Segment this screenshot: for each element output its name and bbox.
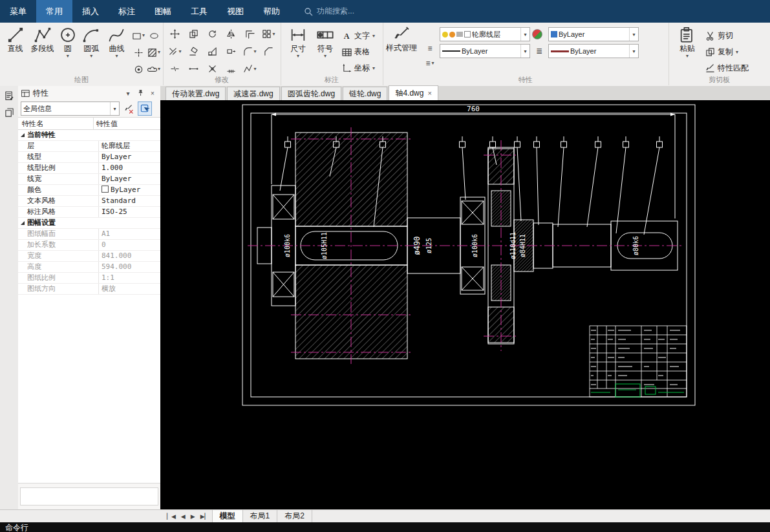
dropdown-caret-icon[interactable]: ▾ <box>372 34 375 39</box>
match-properties-button[interactable]: 特性匹配 <box>702 60 752 76</box>
polyline-button[interactable]: 多段线 <box>28 25 57 53</box>
collapse-triangle-icon[interactable] <box>21 133 25 137</box>
symbol-button[interactable]: 符号 ▾ <box>312 25 339 59</box>
table-row-color[interactable]: 颜色ByLayer <box>18 185 160 196</box>
function-search[interactable]: 功能搜索... <box>304 0 354 23</box>
nav-first-icon[interactable]: ▏◀ <box>164 513 178 520</box>
dropdown-caret-icon[interactable]: ▾ <box>372 66 375 71</box>
drawing-canvas[interactable]: 760 <box>160 100 770 509</box>
ellipse-tool-button[interactable] <box>146 27 162 44</box>
palette-tab-sheets-button[interactable] <box>3 105 16 120</box>
trim-button[interactable]: ▾ <box>166 43 184 60</box>
doc-tab[interactable]: 减速器.dwg <box>227 87 279 100</box>
menu-item-sheet[interactable]: 图幅 <box>145 0 181 23</box>
copy-button[interactable] <box>184 25 203 43</box>
doc-tab[interactable]: 圆弧齿轮.dwg <box>281 87 341 100</box>
pin-icon[interactable] <box>136 89 145 98</box>
dropdown-caret-icon[interactable]: ▾ <box>158 50 160 55</box>
dropdown-caret-icon[interactable]: ▾ <box>142 33 145 38</box>
table-row-group[interactable]: 图幅设置 <box>18 218 160 229</box>
table-row[interactable]: 线型ByLayer <box>18 152 160 163</box>
scope-combo[interactable]: 全局信息 ▾ <box>21 101 120 116</box>
collapse-triangle-icon[interactable] <box>21 221 25 225</box>
layer-combo[interactable]: 轮廓线层 ▾ <box>440 27 530 41</box>
circle-button[interactable]: 圆 ▾ <box>57 25 79 59</box>
coordinate-tool-button[interactable]: 坐标 ▾ <box>339 60 378 76</box>
doc-tab[interactable]: 链轮.dwg <box>343 87 387 100</box>
text-tool-button[interactable]: A 文字 ▾ <box>339 28 378 44</box>
table-tool-button[interactable]: 表格 <box>339 44 378 60</box>
dropdown-caret-icon[interactable]: ▾ <box>253 49 256 54</box>
hatch-tool-button[interactable]: ▾ <box>146 44 162 61</box>
tab-close-icon[interactable]: × <box>427 90 431 97</box>
dropdown-caret-icon[interactable]: ▾ <box>629 28 638 41</box>
layer-state-button[interactable]: ≡▾ <box>425 59 434 68</box>
copy-clip-button[interactable]: 复制 ▾ <box>702 44 752 60</box>
rectangle-tool-button[interactable]: ▾ <box>131 27 146 44</box>
dimension-button[interactable]: 尺寸 ▾ <box>284 25 312 59</box>
dropdown-caret-icon[interactable]: ▾ <box>272 32 275 37</box>
lineweight-combo[interactable]: ByLayer ▾ <box>548 44 639 58</box>
dropdown-caret-icon[interactable]: ▾ <box>324 54 326 59</box>
table-row[interactable]: 标注风格ISO-25 <box>18 207 160 218</box>
lineweight-list-icon[interactable]: ≣ <box>532 47 546 56</box>
table-row[interactable]: 文本风格Standard <box>18 196 160 207</box>
erase-button[interactable] <box>184 43 203 60</box>
layout-tab-layout2[interactable]: 布局2 <box>277 510 312 522</box>
layer-properties-icon[interactable] <box>532 29 542 39</box>
menu-item-menu[interactable]: 菜单 <box>0 0 36 23</box>
cut-button[interactable]: 剪切 <box>702 28 752 44</box>
dropdown-caret-icon[interactable]: ▾ <box>736 50 738 55</box>
dropdown-caret-icon[interactable]: ▾ <box>520 28 529 41</box>
layout-tab-model[interactable]: 模型 <box>212 510 243 522</box>
dropdown-caret-icon[interactable]: ▾ <box>520 45 529 58</box>
fillet-button[interactable]: ▾ <box>241 43 259 60</box>
table-row[interactable]: 线型比例1.000 <box>18 163 160 174</box>
dropdown-caret-icon[interactable]: ▾ <box>158 67 160 72</box>
quick-select-button[interactable] <box>138 101 152 116</box>
clear-override-button[interactable] <box>122 101 136 116</box>
panel-menu-caret-icon[interactable]: ▾ <box>123 90 133 97</box>
panel-close-icon[interactable]: × <box>148 90 157 97</box>
dropdown-caret-icon[interactable]: ▾ <box>67 54 69 59</box>
nav-prev-icon[interactable]: ◀ <box>178 513 188 520</box>
point-tool-button[interactable] <box>131 44 146 61</box>
table-row[interactable]: 层轮廓线层 <box>18 141 160 152</box>
menu-item-help[interactable]: 帮助 <box>253 0 290 23</box>
dropdown-caret-icon[interactable]: ▾ <box>629 45 638 58</box>
menu-item-home[interactable]: 常用 <box>36 0 72 23</box>
menu-item-tools[interactable]: 工具 <box>181 0 217 23</box>
color-combo[interactable]: ByLayer ▾ <box>548 27 639 41</box>
spline-button[interactable]: 曲线 ▾ <box>104 25 129 59</box>
rotate-button[interactable] <box>203 25 222 43</box>
command-line[interactable]: 命令行 <box>0 522 770 532</box>
dropdown-caret-icon[interactable]: ▾ <box>253 67 256 72</box>
mirror-button[interactable] <box>222 25 241 43</box>
stretch-button[interactable] <box>222 43 241 60</box>
linetype-combo[interactable]: ByLayer ▾ <box>440 44 530 58</box>
line-button[interactable]: 直线 <box>3 25 28 53</box>
layout-tab-layout1[interactable]: 布局1 <box>243 510 278 522</box>
dropdown-caret-icon[interactable]: ▾ <box>115 54 118 59</box>
menu-item-insert[interactable]: 插入 <box>72 0 109 23</box>
palette-tab-properties-button[interactable] <box>3 89 16 103</box>
menu-item-annotate[interactable]: 标注 <box>109 0 145 23</box>
dropdown-caret-icon[interactable]: ▾ <box>686 54 689 59</box>
table-row-group[interactable]: 当前特性 <box>18 130 160 141</box>
scale-button[interactable] <box>203 43 222 60</box>
paste-button[interactable]: 粘贴 ▾ <box>672 25 702 59</box>
array-button[interactable]: ▾ <box>259 25 278 43</box>
dropdown-caret-icon[interactable]: ▾ <box>297 54 299 59</box>
dropdown-caret-icon[interactable]: ▾ <box>110 102 119 115</box>
arc-button[interactable]: 圆弧 ▾ <box>79 25 104 59</box>
chamfer-button[interactable] <box>259 43 278 60</box>
layer-list-button[interactable]: ≡ <box>427 44 432 53</box>
offset-button[interactable] <box>241 25 259 43</box>
table-row[interactable]: 线宽ByLayer <box>18 174 160 185</box>
menu-item-view[interactable]: 视图 <box>217 0 253 23</box>
style-manager-button[interactable]: 样式管理 <box>383 25 420 68</box>
doc-tab-active[interactable]: 轴4.dwg× <box>389 85 438 100</box>
move-button[interactable] <box>166 25 184 43</box>
dropdown-caret-icon[interactable]: ▾ <box>90 54 92 59</box>
nav-next-icon[interactable]: ▶ <box>188 513 198 520</box>
